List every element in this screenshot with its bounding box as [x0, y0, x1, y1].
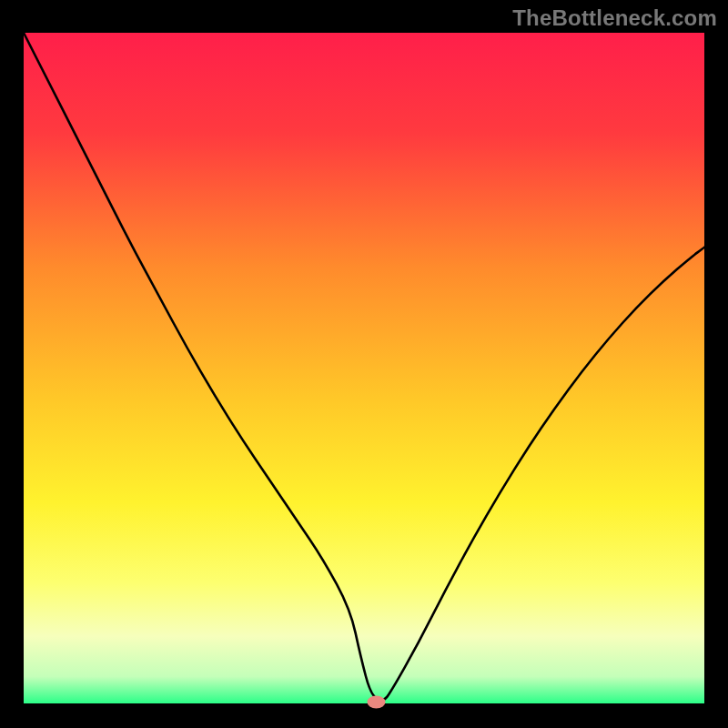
min-marker — [367, 696, 385, 709]
plot-background — [24, 33, 704, 703]
watermark-text: TheBottleneck.com — [512, 5, 717, 31]
bottleneck-chart — [0, 0, 728, 728]
chart-frame: TheBottleneck.com — [0, 0, 728, 728]
